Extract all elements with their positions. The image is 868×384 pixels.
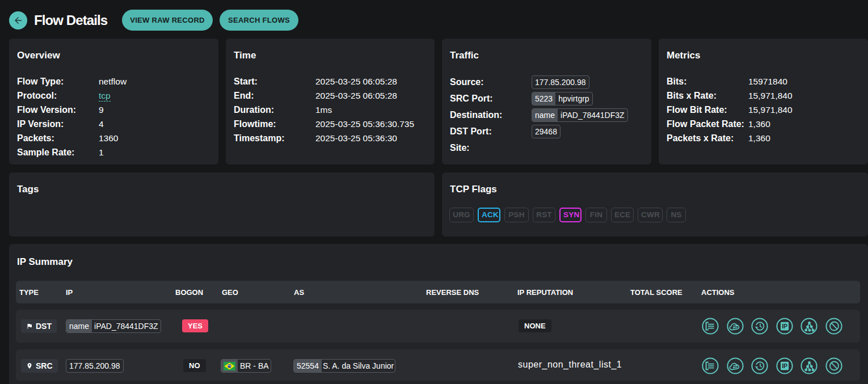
- svg-text:IP: IP: [782, 362, 787, 369]
- svg-text:IP: IP: [782, 323, 787, 330]
